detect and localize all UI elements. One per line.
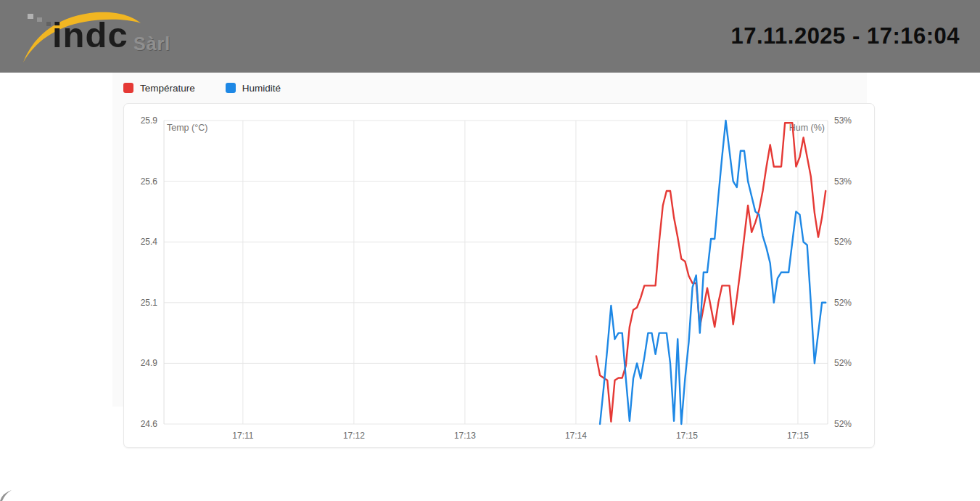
chart-svg[interactable]: 25.953%25.653%25.452%25.152%24.952%24.65… bbox=[124, 104, 874, 447]
svg-text:Hum (%): Hum (%) bbox=[789, 123, 825, 133]
svg-text:24.6: 24.6 bbox=[141, 419, 158, 429]
svg-text:25.9: 25.9 bbox=[141, 115, 158, 126]
legend-item-temperature[interactable]: Température bbox=[123, 83, 195, 94]
logo-text-suffix: Sàrl bbox=[133, 35, 170, 53]
datetime-display: 17.11.2025 - 17:16:04 bbox=[730, 23, 960, 49]
svg-text:52%: 52% bbox=[834, 419, 852, 429]
svg-text:17:12: 17:12 bbox=[343, 431, 365, 441]
svg-text:24.9: 24.9 bbox=[141, 358, 158, 368]
chart-legend: Température Humidité bbox=[123, 77, 281, 99]
legend-swatch bbox=[226, 83, 236, 93]
legend-swatch bbox=[123, 83, 133, 93]
svg-text:53%: 53% bbox=[834, 176, 852, 187]
svg-text:53%: 53% bbox=[834, 115, 852, 126]
svg-text:52%: 52% bbox=[834, 237, 852, 247]
svg-text:17:15: 17:15 bbox=[787, 431, 809, 441]
svg-text:17:11: 17:11 bbox=[232, 431, 253, 441]
svg-text:52%: 52% bbox=[834, 358, 852, 368]
logo-text-main: indc bbox=[52, 17, 128, 53]
company-logo: indc Sàrl bbox=[10, 3, 192, 72]
svg-text:25.4: 25.4 bbox=[141, 237, 158, 247]
chart-card: 25.953%25.653%25.452%25.152%24.952%24.65… bbox=[123, 103, 875, 448]
legend-label: Température bbox=[140, 83, 195, 94]
svg-text:17:13: 17:13 bbox=[454, 431, 476, 441]
svg-text:25.1: 25.1 bbox=[141, 298, 158, 308]
svg-text:52%: 52% bbox=[834, 298, 852, 308]
app-header: indc Sàrl 17.11.2025 - 17:16:04 bbox=[0, 0, 980, 73]
svg-text:17:14: 17:14 bbox=[565, 431, 587, 441]
legend-item-humidity[interactable]: Humidité bbox=[226, 83, 281, 94]
svg-text:25.6: 25.6 bbox=[141, 176, 158, 187]
svg-text:17:15: 17:15 bbox=[676, 431, 698, 441]
legend-label: Humidité bbox=[242, 83, 281, 94]
footer-logo-fragment bbox=[0, 490, 13, 501]
svg-text:Temp (°C): Temp (°C) bbox=[167, 123, 207, 133]
